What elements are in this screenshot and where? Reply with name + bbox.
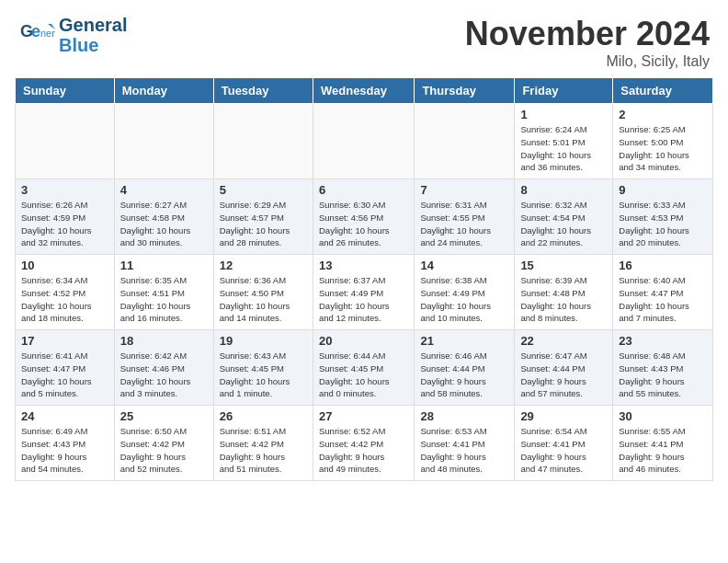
day-number-12: 12: [220, 259, 307, 272]
cell-w2-d2: 12Sunrise: 6:36 AM Sunset: 4:50 PM Dayli…: [213, 255, 313, 330]
cell-w4-d5: 29Sunrise: 6:54 AM Sunset: 4:41 PM Dayli…: [515, 406, 613, 481]
col-saturday: Saturday: [613, 78, 713, 104]
day-number-4: 4: [120, 183, 208, 197]
day-number-22: 22: [520, 334, 607, 348]
day-number-19: 19: [220, 334, 307, 348]
col-monday: Monday: [114, 78, 213, 104]
cell-w3-d2: 19Sunrise: 6:43 AM Sunset: 4:45 PM Dayli…: [213, 330, 313, 406]
logo: G e neral General Blue: [18, 15, 127, 55]
day-info-25: Sunrise: 6:50 AM Sunset: 4:42 PM Dayligh…: [120, 425, 208, 476]
day-number-18: 18: [120, 334, 208, 348]
day-info-15: Sunrise: 6:39 AM Sunset: 4:48 PM Dayligh…: [520, 274, 607, 325]
week-row-4: 24Sunrise: 6:49 AM Sunset: 4:43 PM Dayli…: [16, 406, 713, 481]
cell-w3-d4: 21Sunrise: 6:46 AM Sunset: 4:44 PM Dayli…: [415, 330, 515, 406]
cell-w1-d2: 5Sunrise: 6:29 AM Sunset: 4:57 PM Daylig…: [213, 179, 313, 255]
week-row-3: 17Sunrise: 6:41 AM Sunset: 4:47 PM Dayli…: [16, 330, 713, 406]
day-info-16: Sunrise: 6:40 AM Sunset: 4:47 PM Dayligh…: [619, 274, 707, 325]
day-info-9: Sunrise: 6:33 AM Sunset: 4:53 PM Dayligh…: [619, 199, 707, 249]
cell-w3-d5: 22Sunrise: 6:47 AM Sunset: 4:44 PM Dayli…: [515, 330, 613, 406]
day-number-24: 24: [21, 409, 108, 423]
svg-text:neral: neral: [40, 28, 55, 39]
calendar-table: Sunday Monday Tuesday Wednesday Thursday…: [15, 77, 713, 481]
day-info-29: Sunrise: 6:54 AM Sunset: 4:41 PM Dayligh…: [520, 425, 607, 476]
day-info-3: Sunrise: 6:26 AM Sunset: 4:59 PM Dayligh…: [21, 199, 108, 249]
day-number-28: 28: [420, 409, 508, 423]
col-wednesday: Wednesday: [313, 78, 414, 104]
day-number-17: 17: [21, 334, 108, 348]
logo-blue: Blue: [59, 35, 98, 55]
logo-icon: G e neral: [18, 17, 55, 53]
cell-w0-d0: [16, 104, 115, 179]
day-number-21: 21: [420, 334, 508, 348]
day-number-3: 3: [21, 183, 108, 197]
day-info-26: Sunrise: 6:51 AM Sunset: 4:42 PM Dayligh…: [220, 425, 307, 476]
day-info-23: Sunrise: 6:48 AM Sunset: 4:43 PM Dayligh…: [619, 350, 707, 400]
svg-text:e: e: [31, 22, 40, 40]
col-sunday: Sunday: [16, 78, 115, 104]
col-friday: Friday: [515, 78, 613, 104]
day-info-14: Sunrise: 6:38 AM Sunset: 4:49 PM Dayligh…: [420, 274, 508, 325]
cell-w3-d0: 17Sunrise: 6:41 AM Sunset: 4:47 PM Dayli…: [16, 330, 115, 406]
day-number-20: 20: [319, 334, 408, 348]
col-thursday: Thursday: [415, 78, 515, 104]
cell-w0-d2: [213, 104, 313, 179]
day-number-11: 11: [120, 259, 208, 272]
day-number-27: 27: [319, 409, 408, 423]
cell-w0-d6: 2Sunrise: 6:25 AM Sunset: 5:00 PM Daylig…: [613, 104, 713, 179]
cell-w1-d4: 7Sunrise: 6:31 AM Sunset: 4:55 PM Daylig…: [415, 179, 515, 255]
day-info-28: Sunrise: 6:53 AM Sunset: 4:41 PM Dayligh…: [420, 425, 508, 476]
week-row-1: 3Sunrise: 6:26 AM Sunset: 4:59 PM Daylig…: [16, 179, 713, 255]
title-block: November 2024 Milo, Sicily, Italy: [465, 15, 710, 70]
day-number-14: 14: [420, 259, 508, 272]
day-number-29: 29: [520, 409, 607, 423]
day-info-12: Sunrise: 6:36 AM Sunset: 4:50 PM Dayligh…: [220, 274, 307, 325]
day-info-17: Sunrise: 6:41 AM Sunset: 4:47 PM Dayligh…: [21, 350, 108, 400]
cell-w2-d3: 13Sunrise: 6:37 AM Sunset: 4:49 PM Dayli…: [313, 255, 414, 330]
day-info-13: Sunrise: 6:37 AM Sunset: 4:49 PM Dayligh…: [319, 274, 408, 325]
cell-w1-d3: 6Sunrise: 6:30 AM Sunset: 4:56 PM Daylig…: [313, 179, 414, 255]
cell-w1-d6: 9Sunrise: 6:33 AM Sunset: 4:53 PM Daylig…: [613, 179, 713, 255]
cell-w2-d0: 10Sunrise: 6:34 AM Sunset: 4:52 PM Dayli…: [16, 255, 115, 330]
cell-w0-d1: [114, 104, 213, 179]
calendar-body: 1Sunrise: 6:24 AM Sunset: 5:01 PM Daylig…: [16, 104, 713, 481]
cell-w4-d0: 24Sunrise: 6:49 AM Sunset: 4:43 PM Dayli…: [16, 406, 115, 481]
cell-w3-d6: 23Sunrise: 6:48 AM Sunset: 4:43 PM Dayli…: [613, 330, 713, 406]
cell-w0-d3: [313, 104, 414, 179]
day-number-1: 1: [520, 108, 607, 121]
day-number-8: 8: [520, 183, 607, 197]
cell-w4-d6: 30Sunrise: 6:55 AM Sunset: 4:41 PM Dayli…: [613, 406, 713, 481]
cell-w4-d1: 25Sunrise: 6:50 AM Sunset: 4:42 PM Dayli…: [114, 406, 213, 481]
cell-w4-d3: 27Sunrise: 6:52 AM Sunset: 4:42 PM Dayli…: [313, 406, 414, 481]
cell-w1-d1: 4Sunrise: 6:27 AM Sunset: 4:58 PM Daylig…: [114, 179, 213, 255]
cell-w2-d4: 14Sunrise: 6:38 AM Sunset: 4:49 PM Dayli…: [415, 255, 515, 330]
day-info-11: Sunrise: 6:35 AM Sunset: 4:51 PM Dayligh…: [120, 274, 208, 325]
day-info-30: Sunrise: 6:55 AM Sunset: 4:41 PM Dayligh…: [619, 425, 707, 476]
day-info-19: Sunrise: 6:43 AM Sunset: 4:45 PM Dayligh…: [220, 350, 307, 400]
cell-w3-d3: 20Sunrise: 6:44 AM Sunset: 4:45 PM Dayli…: [313, 330, 414, 406]
week-row-0: 1Sunrise: 6:24 AM Sunset: 5:01 PM Daylig…: [16, 104, 713, 179]
col-tuesday: Tuesday: [213, 78, 313, 104]
day-number-13: 13: [319, 259, 408, 272]
day-number-26: 26: [220, 409, 307, 423]
calendar-wrapper: Sunday Monday Tuesday Wednesday Thursday…: [0, 77, 728, 481]
day-info-21: Sunrise: 6:46 AM Sunset: 4:44 PM Dayligh…: [420, 350, 508, 400]
day-info-7: Sunrise: 6:31 AM Sunset: 4:55 PM Dayligh…: [420, 199, 508, 249]
cell-w4-d4: 28Sunrise: 6:53 AM Sunset: 4:41 PM Dayli…: [415, 406, 515, 481]
cell-w0-d4: [415, 104, 515, 179]
day-number-5: 5: [220, 183, 307, 197]
location-text: Milo, Sicily, Italy: [465, 53, 710, 70]
cell-w4-d2: 26Sunrise: 6:51 AM Sunset: 4:42 PM Dayli…: [213, 406, 313, 481]
cell-w3-d1: 18Sunrise: 6:42 AM Sunset: 4:46 PM Dayli…: [114, 330, 213, 406]
day-info-6: Sunrise: 6:30 AM Sunset: 4:56 PM Dayligh…: [319, 199, 408, 249]
day-info-4: Sunrise: 6:27 AM Sunset: 4:58 PM Dayligh…: [120, 199, 208, 249]
day-info-5: Sunrise: 6:29 AM Sunset: 4:57 PM Dayligh…: [220, 199, 307, 249]
cell-w1-d0: 3Sunrise: 6:26 AM Sunset: 4:59 PM Daylig…: [16, 179, 115, 255]
day-number-23: 23: [619, 334, 707, 348]
logo-general: General: [59, 15, 127, 35]
day-number-2: 2: [619, 108, 707, 121]
calendar-header: Sunday Monday Tuesday Wednesday Thursday…: [16, 78, 713, 104]
day-info-18: Sunrise: 6:42 AM Sunset: 4:46 PM Dayligh…: [120, 350, 208, 400]
day-number-10: 10: [21, 259, 108, 272]
month-title: November 2024: [465, 15, 710, 53]
day-number-9: 9: [619, 183, 707, 197]
